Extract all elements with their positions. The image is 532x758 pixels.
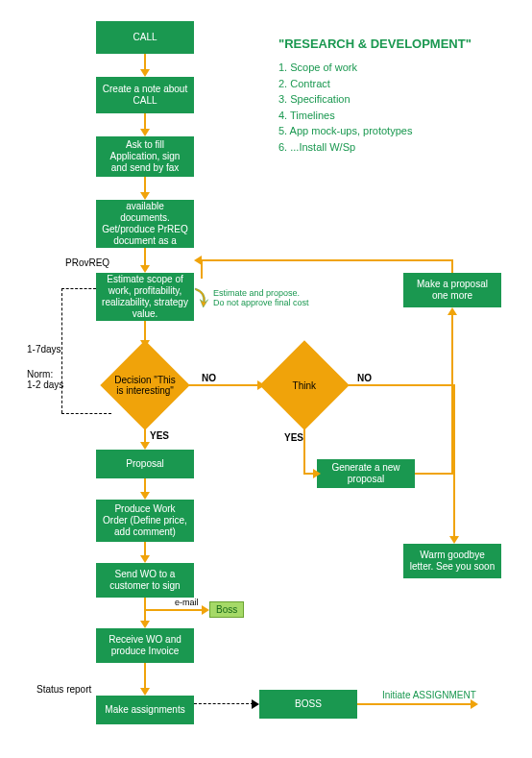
label-yes: YES — [150, 430, 169, 441]
label-no-2: NO — [357, 373, 372, 383]
diamond-decision-text: Decision "This is interesting" — [113, 375, 177, 396]
label-days: 1-7days — [27, 344, 61, 355]
list-item: 3. Specification — [278, 91, 412, 108]
arrow-head-icon — [140, 69, 150, 77]
dashed-line — [61, 288, 96, 289]
arrow — [415, 473, 453, 475]
list-item: 1. Scope of work — [278, 60, 412, 76]
arrow — [144, 609, 204, 611]
arrow — [451, 313, 453, 475]
arrow-head-icon — [140, 265, 150, 273]
box-receive-wo: Receive WO and produce Invoice — [96, 628, 194, 663]
box-boss: BOSS — [259, 690, 357, 719]
rd-list: 1. Scope of work 2. Contract 3. Specific… — [278, 60, 412, 155]
arrow — [453, 384, 455, 538]
arrow — [348, 384, 455, 386]
arrow-head-icon — [140, 555, 150, 563]
box-create-note: Create a note about CALL — [96, 77, 194, 113]
list-item: 4. Timelines — [278, 108, 412, 124]
label-provreq: PRovREQ — [65, 257, 109, 268]
box-estimate: Estimate scope of work, profitability, r… — [96, 273, 194, 321]
label-estimate-note: Estimate and propose. Do not approve fin… — [213, 288, 309, 307]
arrow-head-icon — [313, 469, 321, 478]
dashed-line — [61, 288, 62, 413]
arrow-head-icon — [140, 192, 150, 200]
list-item: 6. ...Install W/Sp — [278, 139, 412, 156]
diamond-decision: Decision "This is interesting" — [100, 340, 189, 429]
label-norm: Norm: 1-2 days — [27, 369, 63, 390]
box-proposal: Proposal — [96, 450, 194, 478]
arrow — [357, 703, 472, 705]
box-make-proposal-more: Make a proposal one more — [403, 273, 501, 307]
arrow — [144, 248, 146, 267]
box-request-docs: Request all available documents. Get/pro… — [96, 200, 194, 248]
label-yes-2: YES — [284, 432, 303, 443]
arrow-head-icon — [257, 380, 265, 390]
arrow-head-icon — [140, 492, 150, 500]
arrow-head-icon — [140, 340, 150, 348]
arrow — [188, 384, 259, 386]
box-warm-goodbye: Warm goodbye letter. See you soon — [403, 544, 501, 578]
arrow — [201, 259, 203, 279]
diamond-think-text: Think — [293, 379, 316, 390]
box-produce-wo: Produce Work Order (Define price, add co… — [96, 500, 194, 542]
arrow — [303, 427, 305, 473]
label-email: e-mail — [175, 598, 199, 607]
arrow — [200, 259, 453, 261]
arrow-head-icon — [447, 307, 457, 315]
label-initiate: Initiate ASSIGNMENT — [382, 690, 476, 700]
box-boss-small: Boss — [209, 601, 244, 618]
arrow — [451, 259, 453, 273]
arrow — [144, 321, 146, 342]
arrow-head-icon — [471, 699, 478, 709]
list-item: 2. Contract — [278, 76, 412, 92]
label-no: NO — [202, 373, 216, 383]
arrow-head-icon — [140, 688, 150, 696]
dashed-line — [194, 703, 254, 704]
arrow-head-icon — [252, 699, 259, 709]
list-item: 5. App mock-ups, prototypes — [278, 123, 412, 139]
box-make-assign: Make assignments — [96, 696, 194, 724]
arrow — [144, 663, 146, 690]
box-ask-fill: Ask to fill Application, sign and send b… — [96, 136, 194, 177]
dashed-line — [61, 413, 111, 414]
arrow-head-icon — [140, 129, 150, 136]
arrow-head-icon — [140, 442, 150, 450]
curved-arrow-icon — [192, 286, 211, 309]
diagram-title: "RESEARCH & DEVELOPMENT" — [278, 37, 472, 51]
arrow-head-icon — [449, 536, 459, 544]
diamond-think: Think — [259, 340, 349, 429]
arrow-head-icon — [202, 605, 209, 615]
arrow-head-icon — [140, 621, 150, 628]
label-status-report: Status report — [36, 684, 91, 695]
box-send-wo: Send WO to a customer to sign — [96, 563, 194, 598]
box-generate-new: Generate a new proposal — [317, 459, 415, 488]
box-call: CALL — [96, 21, 194, 54]
